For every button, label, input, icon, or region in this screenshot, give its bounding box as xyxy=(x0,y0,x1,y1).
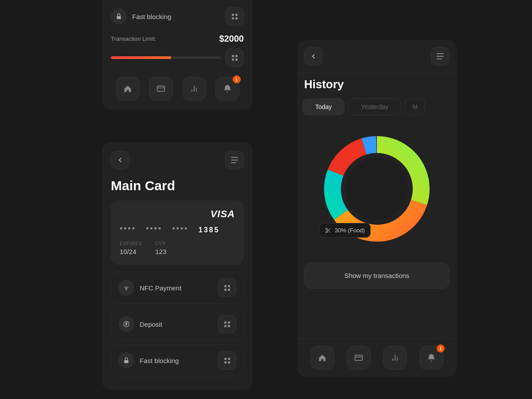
nfc-grid-btn[interactable] xyxy=(218,278,236,297)
cvv-value: 123 xyxy=(155,248,166,255)
nav-chart-btn[interactable] xyxy=(182,77,206,101)
tab-yesterday[interactable]: Yesterday xyxy=(348,98,401,115)
dollar-icon xyxy=(118,316,134,332)
grid-icon xyxy=(232,14,238,20)
fast-blocking-bottom-left: Fast blocking xyxy=(118,352,179,368)
donut-center xyxy=(346,158,408,220)
history-title: History xyxy=(297,73,457,98)
history-bell-badge: 1 xyxy=(437,344,445,352)
history-nav-chart[interactable] xyxy=(383,346,407,370)
history-nav-card[interactable] xyxy=(347,346,371,370)
history-nav-home[interactable] xyxy=(310,346,334,370)
limit-label: Transaction Limit: xyxy=(111,35,156,42)
cvv-label: CVV xyxy=(155,241,166,246)
fast-blocking-left: Fast blocking xyxy=(111,8,171,24)
svg-rect-0 xyxy=(117,16,121,19)
nfc-payment-row[interactable]: NFC Payment xyxy=(111,272,244,304)
grid-icon-3 xyxy=(224,285,230,291)
svg-rect-14 xyxy=(355,355,363,360)
svg-line-13 xyxy=(327,229,328,230)
history-bottom-nav: 1 xyxy=(297,338,457,377)
progress-grid-btn[interactable] xyxy=(225,48,244,67)
svg-line-12 xyxy=(329,231,330,232)
nfc-left: NFC Payment xyxy=(118,280,181,296)
top-card: Fast blocking Transaction Limit: $2000 xyxy=(102,0,253,110)
lock-icon-top xyxy=(111,8,127,24)
right-panel: History Today Yesterday M xyxy=(297,40,457,377)
card-details: EXPIRES 10/24 CVV 123 xyxy=(120,241,235,256)
donut-chart: 30% (Food) xyxy=(315,127,439,251)
main-card-section: Main Card VISA **** **** **** 1385 EXPIR… xyxy=(102,142,253,390)
limit-value: $2000 xyxy=(219,34,244,44)
card-number-masked: **** **** **** xyxy=(120,226,195,234)
tab-month[interactable]: M xyxy=(405,98,425,115)
expires-value: 10/24 xyxy=(120,248,137,255)
cvv-group: CVV 123 xyxy=(155,241,166,256)
lock-icon-bottom xyxy=(118,352,134,368)
card-nav xyxy=(111,151,244,169)
grid-icon-2 xyxy=(232,55,238,61)
progress-bar-fill xyxy=(111,56,171,59)
grid-icon-5 xyxy=(224,358,230,364)
show-transactions-btn[interactable]: Show my transactions xyxy=(304,262,450,289)
left-panel: Fast blocking Transaction Limit: $2000 xyxy=(102,0,253,399)
tabs-row: Today Yesterday M xyxy=(297,98,457,122)
fast-blocking-top-label: Fast blocking xyxy=(132,13,171,20)
transaction-limit-row: Transaction Limit: $2000 xyxy=(111,34,244,44)
progress-row xyxy=(111,48,244,67)
svg-point-9 xyxy=(326,228,328,230)
fast-blocking-top-row: Fast blocking xyxy=(111,7,244,26)
svg-rect-1 xyxy=(157,86,164,91)
deposit-grid-btn[interactable] xyxy=(218,315,236,333)
card-back-btn[interactable] xyxy=(111,151,129,169)
expires-group: EXPIRES 10/24 xyxy=(120,241,142,256)
svg-rect-8 xyxy=(124,360,128,363)
card-menu-btn[interactable] xyxy=(225,151,244,169)
scissors-icon xyxy=(325,227,331,234)
history-nav xyxy=(297,40,457,73)
tooltip-text: 30% (Food) xyxy=(335,227,365,234)
nav-home-btn[interactable] xyxy=(116,77,140,101)
progress-bar-bg xyxy=(111,56,221,59)
deposit-left: Deposit xyxy=(118,316,162,332)
chart-tooltip: 30% (Food) xyxy=(319,223,371,238)
fast-blocking-bottom-grid-btn[interactable] xyxy=(218,351,236,370)
hamburger-icon xyxy=(231,157,238,163)
card-number: **** **** **** 1385 xyxy=(120,226,235,234)
svg-point-10 xyxy=(326,231,328,233)
fast-blocking-bottom-label: Fast blocking xyxy=(140,357,179,364)
hamburger-icon-right xyxy=(437,53,444,59)
tab-today[interactable]: Today xyxy=(302,98,344,115)
credit-card: VISA **** **** **** 1385 EXPIRES 10/24 C… xyxy=(111,200,244,265)
expires-label: EXPIRES xyxy=(120,241,142,246)
fast-blocking-bottom-row[interactable]: Fast blocking xyxy=(111,344,244,376)
card-number-last: 1385 xyxy=(199,226,220,234)
nfc-label: NFC Payment xyxy=(140,284,181,292)
nav-card-btn[interactable] xyxy=(149,77,173,101)
grid-icon-4 xyxy=(224,321,230,327)
history-nav-bell[interactable]: 1 xyxy=(419,346,443,370)
top-nav-row: 1 xyxy=(111,75,244,101)
wifi-icon xyxy=(118,280,134,296)
bell-badge: 1 xyxy=(233,75,241,83)
deposit-row[interactable]: Deposit xyxy=(111,308,244,340)
history-back-btn[interactable] xyxy=(304,47,323,66)
svg-point-6 xyxy=(126,289,126,290)
fast-blocking-top-grid-btn[interactable] xyxy=(225,7,244,26)
nav-bell-btn[interactable]: 1 xyxy=(215,77,239,101)
chart-area: 30% (Food) xyxy=(297,122,457,258)
history-menu-btn[interactable] xyxy=(431,47,450,66)
main-card-title: Main Card xyxy=(111,178,244,193)
visa-logo: VISA xyxy=(120,208,235,220)
deposit-label: Deposit xyxy=(140,321,162,328)
